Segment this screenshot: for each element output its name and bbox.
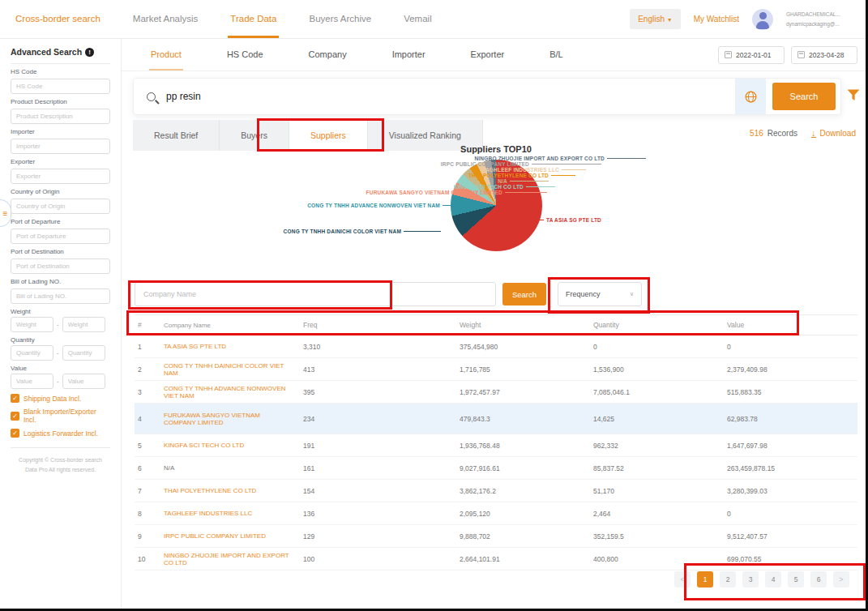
column-header-weight[interactable]: Weight [460,321,593,329]
pie-label-line [443,205,454,206]
shipping-data-incl-checkbox[interactable]: ✓ [11,394,19,403]
pie-label-text: TAGHLEEF INDUSTRIES LLC [482,167,559,173]
value-range: - [11,374,110,389]
nav-item-cross-border-search[interactable]: Cross-border search [13,0,103,38]
company-name-link[interactable]: CONG TY TNHH ADVANCE NONWOVEN VIET NAM [164,385,303,400]
table-row[interactable]: 4FURUKAWA SANGYO VIETNAM COMPANY LIMITED… [135,404,857,434]
pie-label-ta-asia-sg-pte-ltd: TA ASIA SG PTE LTD [532,217,601,223]
company-name-input[interactable] [135,282,496,306]
table-row[interactable]: 6N/A1619,027,916.6185,837.52263,459,878.… [135,457,857,480]
search-input[interactable] [166,91,735,102]
language-selector[interactable]: English ▼ [630,9,681,29]
company-name-link[interactable]: CONG TY TNHH DAINICHI COLOR VIET NAM [164,362,303,377]
company-search-button[interactable]: Search [502,283,546,306]
sort-by-dropdown[interactable]: Frequency ∨ [558,282,642,306]
nav-item-vemail[interactable]: Vemail [401,0,434,38]
column-header-[interactable]: # [135,321,164,329]
date-from-input[interactable]: 2022-01-01 [718,46,785,64]
company-name-link[interactable]: THAI POLYETHYLENE CO LTD [164,487,303,494]
suppliers-table: #Company NameFreqWeightQuantityValue1TA … [135,314,857,570]
pagination-page-4[interactable]: 4 [765,571,781,588]
search-box: Search [133,78,841,115]
pagination-page-3[interactable]: 3 [742,571,759,588]
download-link[interactable]: Download [820,129,856,138]
my-watchlist-link[interactable]: My Watchlist [694,15,739,24]
pagination-page-6[interactable]: 6 [810,571,827,588]
tab-hs-code[interactable]: HS Code [225,39,265,70]
pie-label-text: TA ASIA SG PTE LTD [546,217,601,223]
pie-label-text: NINGBO ZHUOJIE IMPORT AND EXPORT CO LTD [474,156,605,161]
quantity-min-input[interactable] [11,345,53,361]
logistics-forwarder-incl-checkbox[interactable]: ✓ [11,429,19,438]
importer-input[interactable] [11,139,110,154]
date-to-input[interactable]: 2023-04-28 [791,46,857,64]
product-description-input[interactable] [11,109,110,124]
pagination-prev-button[interactable]: < [674,571,691,588]
tab-exporter[interactable]: Exporter [469,39,507,70]
weight-min-input[interactable] [11,317,53,332]
company-name-link[interactable]: TA ASIA SG PTE LTD [164,343,303,350]
company-name-link[interactable]: IRPC PUBLIC COMPANY LIMITED [164,532,303,540]
cell-index: 10 [135,555,164,563]
bill-of-lading-no-input[interactable] [11,288,110,304]
cell-weight: 9,027,916.61 [460,464,593,472]
table-row[interactable]: 8TAGHLEEF INDUSTRIES LLC1362,095,1202,46… [135,502,857,525]
cell-value: 0 [727,343,857,351]
column-header-value[interactable]: Value [727,321,857,329]
tab-importer[interactable]: Importer [391,39,427,70]
top-navigation: Cross-border searchMarket AnalysisTrade … [0,0,866,39]
logistics-forwarder-incl-option[interactable]: ✓Logistics Forwarder Incl. [11,429,110,438]
tab-company[interactable]: Company [307,39,348,70]
table-row[interactable]: 3CONG TY TNHH ADVANCE NONWOVEN VIET NAM3… [135,381,857,404]
table-row[interactable]: 10NINGBO ZHUOJIE IMPORT AND EXPORT CO LT… [135,548,857,570]
pagination-page-2[interactable]: 2 [720,571,736,588]
country-of-origin-input[interactable] [11,199,110,214]
hs-code-input[interactable] [11,79,110,94]
cell-value: 9,512,407.57 [727,532,857,540]
user-avatar[interactable] [752,9,773,30]
exporter-input[interactable] [11,169,110,184]
company-name-link[interactable]: KINGFA SCI TECH CO LTD [164,442,303,449]
blank-importer-exporter-incl-checkbox[interactable]: ✓ [11,412,19,421]
cell-index: 4 [135,415,164,423]
nav-item-buyers-archive[interactable]: Buyers Archive [306,0,374,38]
column-header-company-name[interactable]: Company Name [164,322,303,329]
cell-quantity: 1,536,900 [593,365,727,374]
value-min-input[interactable] [11,374,53,389]
cell-freq: 234 [303,415,460,423]
cell-index: 1 [135,343,164,351]
column-header-freq[interactable]: Freq [303,321,460,329]
translate-globe-button[interactable] [735,79,766,114]
table-row[interactable]: 9IRPC PUBLIC COMPANY LIMITED1299,888,702… [135,525,857,548]
search-button[interactable]: Search [772,83,836,110]
quantity-max-input[interactable] [62,345,105,361]
info-icon[interactable]: ! [85,48,94,57]
shipping-data-incl-option[interactable]: ✓Shipping Data Incl. [11,394,110,403]
company-name-link[interactable]: TAGHLEEF INDUSTRIES LLC [164,510,303,517]
pagination-page-5[interactable]: 5 [788,571,804,588]
column-header-quantity[interactable]: Quantity [593,321,727,329]
table-row[interactable]: 5KINGFA SCI TECH CO LTD1911,936,768.4896… [135,434,857,457]
search-type-tabs-row: ProductHS CodeCompanyImporterExporterB/L… [122,39,866,71]
table-row[interactable]: 1TA ASIA SG PTE LTD3,310375,454,98000 [135,335,857,358]
filter-funnel-icon[interactable] [847,89,860,105]
pagination-next-button[interactable]: > [833,571,849,588]
port-of-destination-input[interactable] [11,258,110,274]
nav-item-market-analysis[interactable]: Market Analysis [130,0,201,38]
tab-product[interactable]: Product [149,39,183,70]
pagination-page-1[interactable]: 1 [697,571,713,588]
company-name-link[interactable]: NINGBO ZHUOJIE IMPORT AND EXPORT CO LTD [164,552,303,566]
table-row[interactable]: 7THAI POLYETHYLENE CO LTD1543,862,176.25… [135,480,857,502]
cell-freq: 395 [303,388,460,396]
sidebar-title-text: Advanced Search [11,47,82,57]
nav-item-trade-data[interactable]: Trade Data [228,0,279,38]
cell-weight: 375,454,980 [460,343,593,351]
range-dash: - [57,378,59,385]
weight-max-input[interactable] [62,317,105,332]
blank-importer-exporter-incl-option[interactable]: ✓Blank Importer/Exporter Incl. [11,408,110,424]
tab-b-l[interactable]: B/L [548,39,565,70]
port-of-departure-input[interactable] [11,229,110,244]
table-row[interactable]: 2CONG TY TNHH DAINICHI COLOR VIET NAM413… [135,358,857,381]
company-name-link[interactable]: FURUKAWA SANGYO VIETNAM COMPANY LIMITED [164,412,303,426]
value-max-input[interactable] [62,374,105,389]
